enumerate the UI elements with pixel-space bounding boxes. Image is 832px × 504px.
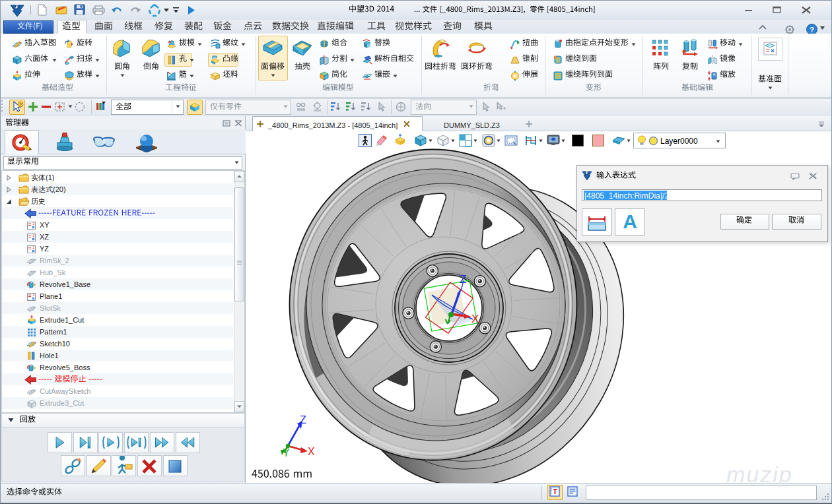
svg-text:2: 2 bbox=[33, 234, 35, 237]
svg-text:?: ? bbox=[19, 102, 22, 107]
svg-text:Z: Z bbox=[300, 416, 306, 425]
svg-text:2: 2 bbox=[33, 222, 35, 226]
svg-text:X: X bbox=[308, 446, 315, 457]
svg-text:Z: Z bbox=[460, 273, 466, 286]
svg-text:2: 2 bbox=[33, 293, 35, 297]
svg-text:2: 2 bbox=[33, 245, 35, 249]
svg-text:Y: Y bbox=[283, 447, 290, 457]
svg-text:X: X bbox=[471, 313, 479, 325]
svg-text:?: ? bbox=[810, 26, 814, 34]
